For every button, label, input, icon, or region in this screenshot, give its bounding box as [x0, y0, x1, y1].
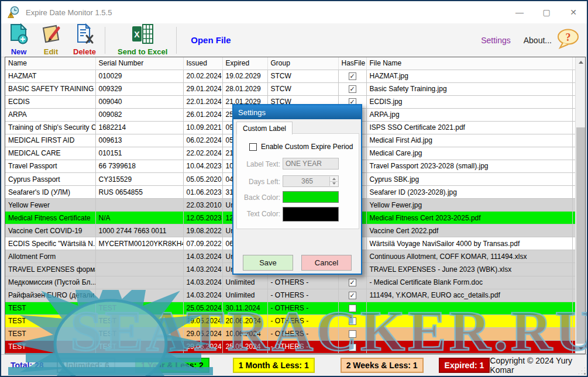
- hasfile-checkbox[interactable]: ✓: [349, 292, 356, 299]
- table-cell: 28.01.2029: [222, 82, 267, 95]
- table-row[interactable]: BASIC SAFETY TRAINING00932929.01.202428.…: [5, 82, 575, 95]
- file-name-cell: Travel Passport 2023-2028 (small).jpg: [366, 160, 572, 172]
- vertical-scrollbar[interactable]: [575, 57, 585, 354]
- table-row[interactable]: TESTTEST29.05.202410.06.2024- OTHERS -: [5, 327, 575, 340]
- copyright-text: Copyright © 2024 Yury Komar: [490, 356, 574, 375]
- file-name-cell: Medical First Aid.jpg: [366, 134, 572, 147]
- table-cell: 1000 2744 7663 0011: [95, 224, 183, 237]
- table-cell: TEST: [95, 327, 183, 340]
- table-cell: CY315529: [95, 173, 183, 186]
- column-header[interactable]: Issued: [183, 57, 222, 70]
- column-header[interactable]: Name: [5, 57, 95, 70]
- close-button[interactable]: ✕: [560, 1, 587, 23]
- column-header[interactable]: Serial Number: [95, 57, 183, 70]
- table-cell: Vaccine Cert COVID-19: [5, 224, 95, 237]
- open-file-button[interactable]: Open File: [191, 35, 231, 45]
- status-bar: Total: 28 Unlimited: 6 1 Year & Less: 2 …: [1, 354, 587, 376]
- table-row[interactable]: TESTTEST25.05.202430.11.2024- OTHERS -: [5, 302, 575, 314]
- delete-button[interactable]: Delete: [69, 25, 100, 56]
- hasfile-checkbox[interactable]: [349, 344, 356, 351]
- back-color-swatch[interactable]: [283, 191, 339, 203]
- enable-custom-period-row: Enable Custom Expire Period: [249, 143, 353, 151]
- new-button-label: New: [11, 47, 27, 56]
- table-cell: 22.01.2024: [183, 95, 222, 108]
- cancel-button[interactable]: Cancel: [301, 255, 352, 271]
- table-cell: - OTHERS -: [267, 314, 338, 327]
- scroll-down-icon[interactable]: [576, 344, 586, 354]
- table-cell: 30.11.2024: [222, 302, 267, 314]
- table-cell: - OTHERS -: [267, 327, 338, 340]
- hasfile-checkbox[interactable]: ✓: [349, 72, 356, 80]
- column-header[interactable]: File Name: [366, 57, 572, 70]
- minimize-button[interactable]: —: [506, 1, 533, 23]
- days-left-stepper[interactable]: 365: [283, 175, 339, 187]
- table-cell: 10.09.2021: [183, 121, 222, 134]
- column-header[interactable]: Expired: [222, 57, 267, 70]
- table-cell: 14.03.2024: [183, 250, 222, 263]
- expired-count-badge: Expired: 1: [439, 358, 490, 373]
- table-cell: [95, 199, 183, 212]
- new-button[interactable]: New: [5, 25, 33, 56]
- table-cell: 14.03.2024: [183, 263, 222, 276]
- table-cell: - OTHERS -: [267, 289, 338, 302]
- file-name-cell: HAZMAT.jpg: [366, 70, 572, 82]
- table-row[interactable]: Райфайзен EURO (детали...14.03.2024Unlim…: [5, 289, 575, 302]
- table-row[interactable]: TESTTEST29.05.202425.05.2024- OTHERS -: [5, 340, 575, 353]
- file-name-cell: Basic Safety Training.jpg: [366, 82, 572, 95]
- text-color-swatch[interactable]: [283, 207, 339, 222]
- send-to-excel-button[interactable]: X Send to Excel: [114, 25, 171, 56]
- back-color-label: Back Color:: [233, 193, 280, 202]
- settings-tab-strip: Custom Label: [233, 121, 361, 134]
- about-button[interactable]: About...: [524, 36, 552, 45]
- table-row[interactable]: HAZMAT01002920.02.202419.02.2029STCW✓HAZ…: [5, 70, 575, 82]
- enable-custom-period-checkbox[interactable]: [249, 143, 257, 151]
- table-cell: ECDIS Specific "Wärtsilä N...: [5, 237, 95, 250]
- maximize-button[interactable]: ▢: [533, 1, 560, 23]
- table-cell: 06.02.2024: [183, 134, 222, 147]
- edit-pencil-icon: [40, 23, 61, 47]
- hasfile-checkbox[interactable]: [349, 305, 356, 312]
- hasfile-checkbox[interactable]: ✓: [349, 85, 356, 93]
- scroll-up-icon[interactable]: [576, 57, 586, 67]
- label-text-input[interactable]: ONE YEAR: [283, 158, 339, 170]
- scrollbar-thumb[interactable]: [576, 127, 585, 344]
- column-header[interactable]: HasFile: [338, 57, 366, 70]
- column-header[interactable]: Group: [267, 57, 338, 70]
- hasfile-checkbox[interactable]: ✓: [349, 279, 356, 286]
- file-name-cell: - Medical Certificate Blank Form.doc: [366, 276, 572, 289]
- table-cell: 22.03.2010: [183, 199, 222, 212]
- table-cell: TEST: [95, 314, 183, 327]
- table-cell: TEST: [5, 302, 95, 314]
- file-name-cell: ISPS SSO Certificate 2021.pdf: [366, 121, 572, 134]
- resize-grip[interactable]: [584, 373, 585, 374]
- tab-custom-label[interactable]: Custom Label: [236, 122, 293, 134]
- table-row[interactable]: Медкомиссия (Пустой Бл...14.03.2024Unlim…: [5, 276, 575, 289]
- edit-button-label: Edit: [44, 47, 59, 56]
- file-name-cell: ARPA.jpg: [366, 108, 572, 121]
- table-cell: [95, 263, 183, 276]
- svg-text:X: X: [134, 30, 140, 39]
- text-color-label: Text Color:: [233, 210, 280, 218]
- file-name-cell: [366, 314, 572, 327]
- table-cell: Travel Passport: [5, 160, 95, 172]
- table-header-row: NameSerial NumberIssuedExpiredGroupHasFi…: [5, 57, 575, 70]
- hasfile-checkbox[interactable]: [349, 330, 356, 338]
- table-row[interactable]: TESTTEST29.05.202420.06.2024- OTHERS -: [5, 314, 575, 327]
- edit-button[interactable]: Edit: [36, 25, 66, 56]
- table-cell: STCW: [267, 82, 338, 95]
- save-button[interactable]: Save: [243, 255, 293, 271]
- stepper-arrows-icon[interactable]: [329, 177, 338, 186]
- table-cell: 25.05.2024: [183, 302, 222, 314]
- table-cell: MEDICAL CARE: [5, 147, 95, 160]
- days-left-label: Days Left:: [233, 178, 280, 186]
- table-cell: Allotment Form: [5, 250, 95, 263]
- two-weeks-count-badge: 2 Weeks & Less: 1: [341, 358, 424, 373]
- table-cell: 010029: [95, 70, 183, 82]
- table-cell: Seafarer's ID (УЛМ): [5, 186, 95, 199]
- settings-dialog-title: Settings: [233, 105, 361, 119]
- app-clock-warning-icon: [7, 6, 20, 19]
- file-name-cell: ECDIS.jpg: [366, 95, 572, 108]
- settings-button[interactable]: Settings: [481, 36, 511, 45]
- hasfile-checkbox[interactable]: [349, 317, 356, 325]
- help-question-icon[interactable]: ?: [556, 29, 580, 52]
